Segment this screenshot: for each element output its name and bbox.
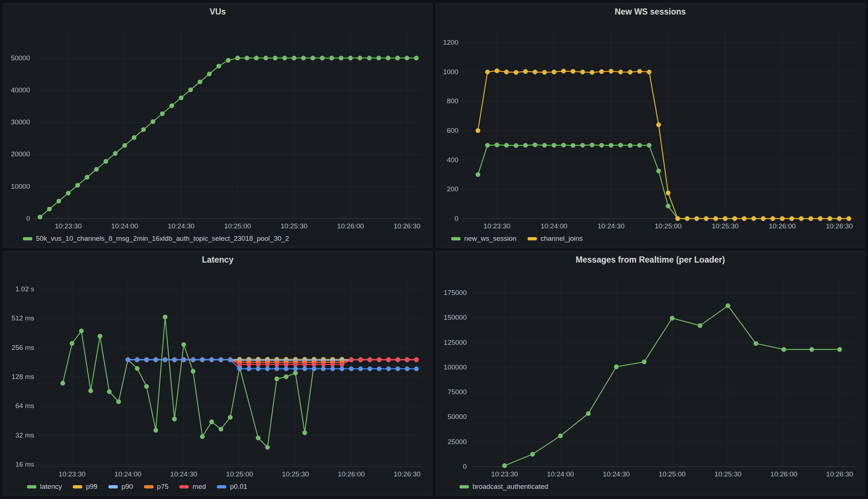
legend-swatch-icon bbox=[217, 485, 226, 488]
series-50k_vus_10_channels_8_msg_2min_16xldb_auth_topic_select_23018_pool_30_2 bbox=[38, 56, 419, 219]
legend-item-broadcast_authenticated[interactable]: broadcast_authenticated bbox=[459, 483, 548, 491]
legend-swatch-icon bbox=[179, 485, 189, 488]
svg-text:10:25:30: 10:25:30 bbox=[714, 470, 741, 478]
svg-text:75000: 75000 bbox=[447, 388, 467, 396]
svg-text:32 ms: 32 ms bbox=[15, 431, 34, 439]
legend-label: p0.01 bbox=[230, 483, 247, 491]
legend-item-p90[interactable]: p90 bbox=[108, 483, 133, 491]
svg-text:64 ms: 64 ms bbox=[15, 402, 34, 410]
svg-text:10:23:30: 10:23:30 bbox=[491, 470, 518, 478]
panel-title-latency[interactable]: Latency bbox=[7, 254, 429, 266]
axis-tick-labels: 16 ms32 ms64 ms128 ms256 ms512 ms1.02 s1… bbox=[12, 285, 421, 478]
svg-text:10:24:00: 10:24:00 bbox=[541, 222, 568, 230]
svg-text:10:26:30: 10:26:30 bbox=[826, 470, 853, 478]
svg-text:50000: 50000 bbox=[447, 413, 467, 420]
legend-label: latency bbox=[40, 483, 62, 491]
legend-item-med[interactable]: med bbox=[179, 483, 206, 491]
panel-title-new-ws-sessions[interactable]: New WS sessions bbox=[439, 5, 861, 18]
legend-label: channel_joins bbox=[541, 235, 583, 243]
svg-text:400: 400 bbox=[447, 156, 458, 164]
svg-text:50000: 50000 bbox=[11, 54, 30, 62]
legend-swatch-icon bbox=[108, 485, 118, 488]
series-new_ws_session bbox=[475, 143, 851, 221]
legend-swatch-icon bbox=[27, 485, 36, 488]
svg-text:10:24:30: 10:24:30 bbox=[168, 222, 195, 230]
legend-item-p75[interactable]: p75 bbox=[144, 483, 169, 491]
grid bbox=[39, 280, 422, 467]
svg-text:10:25:30: 10:25:30 bbox=[712, 222, 739, 230]
legend-item-new_ws_session[interactable]: new_ws_session bbox=[451, 235, 517, 243]
panel-title-vus[interactable]: VUs bbox=[7, 5, 429, 18]
chart-canvas-3[interactable]: 0250005000075000100000125000150000175000… bbox=[439, 266, 861, 480]
svg-text:10:23:30: 10:23:30 bbox=[483, 222, 510, 230]
legend-item-p0.01[interactable]: p0.01 bbox=[217, 483, 247, 491]
legend-label: med bbox=[192, 483, 206, 491]
svg-text:1200: 1200 bbox=[443, 39, 458, 46]
chart-canvas-2[interactable]: 16 ms32 ms64 ms128 ms256 ms512 ms1.02 s1… bbox=[7, 266, 429, 480]
panel-messages-from-realtime: Messages from Realtime (per Loader) 0250… bbox=[435, 251, 865, 496]
legend-swatch-icon bbox=[23, 237, 32, 240]
legend-item-channel_joins[interactable]: channel_joins bbox=[527, 235, 583, 243]
svg-text:10:26:00: 10:26:00 bbox=[338, 470, 365, 478]
legend-label: p90 bbox=[122, 483, 133, 491]
axis-tick-labels: 0250005000075000100000125000150000175000… bbox=[444, 289, 853, 478]
legend-vus: 50k_vus_10_channels_8_msg_2min_16xldb_au… bbox=[7, 232, 429, 245]
grid bbox=[471, 280, 855, 467]
svg-text:175000: 175000 bbox=[444, 289, 467, 296]
svg-text:10:25:30: 10:25:30 bbox=[282, 470, 309, 478]
svg-text:10:24:00: 10:24:00 bbox=[111, 222, 138, 230]
legend-label: new_ws_session bbox=[464, 235, 517, 243]
svg-text:800: 800 bbox=[447, 97, 458, 105]
svg-text:128 ms: 128 ms bbox=[12, 373, 34, 380]
svg-text:512 ms: 512 ms bbox=[12, 314, 34, 322]
chart-area-latency[interactable]: 16 ms32 ms64 ms128 ms256 ms512 ms1.02 s1… bbox=[7, 266, 429, 480]
chart-area-vus[interactable]: 0100002000030000400005000010:23:3010:24:… bbox=[7, 18, 429, 232]
svg-text:30000: 30000 bbox=[11, 118, 30, 126]
panel-latency: Latency 16 ms32 ms64 ms128 ms256 ms512 m… bbox=[3, 251, 433, 496]
axis-tick-labels: 02004006008001000120010:23:3010:24:0010:… bbox=[443, 39, 853, 230]
svg-text:16 ms: 16 ms bbox=[15, 460, 34, 468]
axis-tick-labels: 0100002000030000400005000010:23:3010:24:… bbox=[11, 54, 421, 230]
legend-label: 50k_vus_10_channels_8_msg_2min_16xldb_au… bbox=[36, 235, 289, 243]
panel-title-messages-from-realtime[interactable]: Messages from Realtime (per Loader) bbox=[439, 254, 861, 266]
svg-text:1000: 1000 bbox=[443, 68, 458, 76]
svg-text:10:25:30: 10:25:30 bbox=[280, 222, 307, 230]
chart-canvas-0[interactable]: 0100002000030000400005000010:23:3010:24:… bbox=[7, 18, 429, 232]
svg-text:200: 200 bbox=[447, 185, 458, 193]
svg-text:0: 0 bbox=[26, 215, 30, 222]
svg-text:0: 0 bbox=[463, 463, 467, 470]
svg-text:256 ms: 256 ms bbox=[12, 344, 34, 351]
svg-text:10:25:00: 10:25:00 bbox=[226, 470, 253, 478]
svg-text:40000: 40000 bbox=[11, 86, 30, 94]
legend-swatch-icon bbox=[527, 237, 537, 240]
series-latency bbox=[60, 315, 316, 450]
svg-text:10:26:30: 10:26:30 bbox=[394, 222, 421, 230]
svg-text:10:25:00: 10:25:00 bbox=[224, 222, 251, 230]
svg-text:10:25:00: 10:25:00 bbox=[659, 470, 686, 478]
svg-text:10:26:30: 10:26:30 bbox=[394, 470, 421, 478]
legend-item-50k_vus_10_channels_8_msg_2min_16xldb_auth_topic_select_23018_pool_30_2[interactable]: 50k_vus_10_channels_8_msg_2min_16xldb_au… bbox=[23, 235, 289, 243]
legend-swatch-icon bbox=[144, 485, 154, 488]
chart-area-new-ws-sessions[interactable]: 02004006008001000120010:23:3010:24:0010:… bbox=[439, 18, 861, 232]
svg-text:10:23:30: 10:23:30 bbox=[55, 222, 82, 230]
svg-text:125000: 125000 bbox=[444, 339, 467, 346]
legend-item-p99[interactable]: p99 bbox=[73, 483, 97, 491]
svg-text:10:24:30: 10:24:30 bbox=[170, 470, 197, 478]
legend-item-latency[interactable]: latency bbox=[27, 483, 62, 491]
legend-new-ws-sessions: new_ws_sessionchannel_joins bbox=[439, 232, 861, 245]
svg-text:10:26:30: 10:26:30 bbox=[826, 222, 853, 230]
svg-text:10:26:00: 10:26:00 bbox=[337, 222, 364, 230]
svg-text:10000: 10000 bbox=[11, 183, 30, 190]
legend-latency: latencyp99p90p75medp0.01 bbox=[7, 480, 429, 494]
panel-vus: VUs 0100002000030000400005000010:23:3010… bbox=[3, 3, 433, 248]
legend-label: p99 bbox=[86, 483, 97, 491]
chart-area-messages-from-realtime[interactable]: 0250005000075000100000125000150000175000… bbox=[439, 266, 861, 480]
svg-text:150000: 150000 bbox=[444, 314, 467, 321]
svg-text:20000: 20000 bbox=[11, 150, 30, 158]
legend-swatch-icon bbox=[459, 485, 469, 488]
svg-text:600: 600 bbox=[447, 127, 458, 134]
panel-new-ws-sessions: New WS sessions 02004006008001000120010:… bbox=[435, 3, 865, 248]
svg-text:100000: 100000 bbox=[444, 363, 467, 371]
chart-canvas-1[interactable]: 02004006008001000120010:23:3010:24:0010:… bbox=[439, 18, 861, 232]
legend-swatch-icon bbox=[451, 237, 461, 240]
